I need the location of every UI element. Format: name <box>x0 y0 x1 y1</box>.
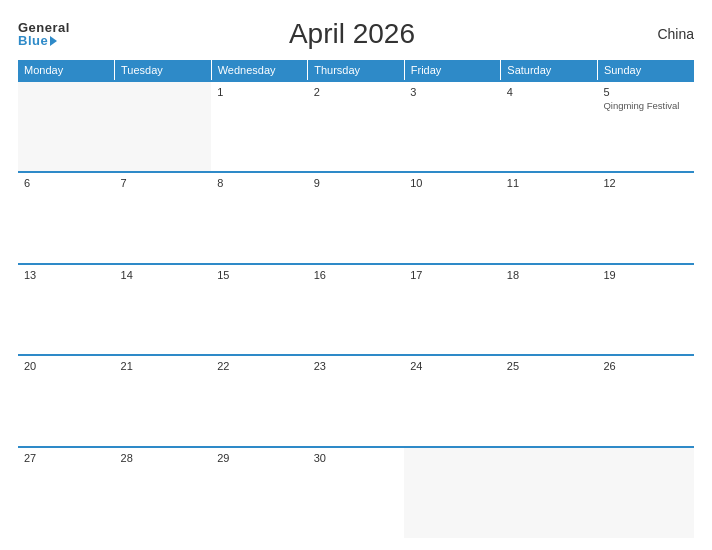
day-number: 20 <box>24 360 109 372</box>
day-number: 3 <box>410 86 495 98</box>
day-number: 24 <box>410 360 495 372</box>
calendar-week-row: 13141516171819 <box>18 264 694 355</box>
table-row: 23 <box>308 355 405 446</box>
day-number: 30 <box>314 452 399 464</box>
day-number: 7 <box>121 177 206 189</box>
table-row <box>404 447 501 538</box>
calendar-week-row: 6789101112 <box>18 172 694 263</box>
logo-triangle-icon <box>50 36 57 46</box>
table-row: 25 <box>501 355 598 446</box>
table-row: 28 <box>115 447 212 538</box>
day-number: 18 <box>507 269 592 281</box>
table-row: 4 <box>501 81 598 172</box>
table-row: 5Qingming Festival <box>597 81 694 172</box>
table-row: 10 <box>404 172 501 263</box>
day-number: 26 <box>603 360 688 372</box>
logo: General Blue <box>18 21 70 47</box>
page: General Blue April 2026 China Monday Tue… <box>0 0 712 550</box>
header-monday: Monday <box>18 60 115 81</box>
header-tuesday: Tuesday <box>115 60 212 81</box>
day-number: 14 <box>121 269 206 281</box>
logo-blue-text: Blue <box>18 34 57 47</box>
table-row: 29 <box>211 447 308 538</box>
table-row <box>501 447 598 538</box>
header-thursday: Thursday <box>308 60 405 81</box>
table-row: 30 <box>308 447 405 538</box>
day-number: 11 <box>507 177 592 189</box>
table-row <box>115 81 212 172</box>
day-number: 25 <box>507 360 592 372</box>
day-number: 28 <box>121 452 206 464</box>
day-number: 23 <box>314 360 399 372</box>
day-number: 9 <box>314 177 399 189</box>
calendar-week-row: 27282930 <box>18 447 694 538</box>
day-number: 29 <box>217 452 302 464</box>
day-number: 13 <box>24 269 109 281</box>
day-number: 15 <box>217 269 302 281</box>
calendar-title: April 2026 <box>70 18 634 50</box>
header-saturday: Saturday <box>501 60 598 81</box>
table-row: 11 <box>501 172 598 263</box>
table-row: 18 <box>501 264 598 355</box>
day-number: 19 <box>603 269 688 281</box>
table-row: 17 <box>404 264 501 355</box>
day-number: 17 <box>410 269 495 281</box>
day-number: 12 <box>603 177 688 189</box>
day-number: 5 <box>603 86 688 98</box>
table-row: 27 <box>18 447 115 538</box>
header-sunday: Sunday <box>597 60 694 81</box>
day-number: 8 <box>217 177 302 189</box>
table-row: 24 <box>404 355 501 446</box>
day-number: 10 <box>410 177 495 189</box>
table-row: 12 <box>597 172 694 263</box>
table-row: 8 <box>211 172 308 263</box>
day-number: 27 <box>24 452 109 464</box>
table-row: 21 <box>115 355 212 446</box>
table-row: 14 <box>115 264 212 355</box>
table-row: 2 <box>308 81 405 172</box>
table-row: 9 <box>308 172 405 263</box>
day-number: 21 <box>121 360 206 372</box>
day-number: 16 <box>314 269 399 281</box>
header: General Blue April 2026 China <box>18 18 694 50</box>
table-row: 3 <box>404 81 501 172</box>
day-number: 4 <box>507 86 592 98</box>
calendar-week-row: 12345Qingming Festival <box>18 81 694 172</box>
day-number: 6 <box>24 177 109 189</box>
header-friday: Friday <box>404 60 501 81</box>
table-row: 7 <box>115 172 212 263</box>
header-wednesday: Wednesday <box>211 60 308 81</box>
table-row <box>597 447 694 538</box>
table-row: 13 <box>18 264 115 355</box>
table-row: 16 <box>308 264 405 355</box>
weekday-header-row: Monday Tuesday Wednesday Thursday Friday… <box>18 60 694 81</box>
table-row: 15 <box>211 264 308 355</box>
country-label: China <box>634 26 694 42</box>
day-number: 1 <box>217 86 302 98</box>
table-row <box>18 81 115 172</box>
table-row: 26 <box>597 355 694 446</box>
table-row: 20 <box>18 355 115 446</box>
calendar-week-row: 20212223242526 <box>18 355 694 446</box>
day-number: 2 <box>314 86 399 98</box>
table-row: 1 <box>211 81 308 172</box>
calendar-table: Monday Tuesday Wednesday Thursday Friday… <box>18 60 694 538</box>
table-row: 22 <box>211 355 308 446</box>
table-row: 6 <box>18 172 115 263</box>
event-label: Qingming Festival <box>603 100 688 112</box>
day-number: 22 <box>217 360 302 372</box>
table-row: 19 <box>597 264 694 355</box>
